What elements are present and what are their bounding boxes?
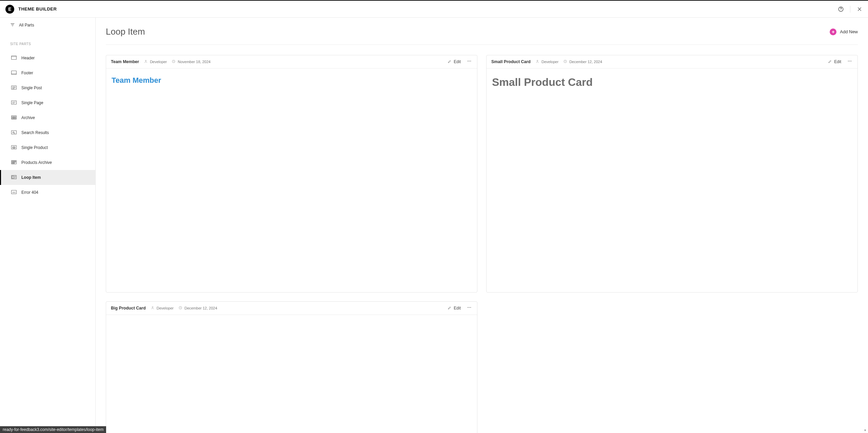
sidebar-item-label: Loop Item: [21, 175, 41, 180]
svg-rect-29: [14, 162, 15, 163]
sidebar: All Parts SITE PARTS Header Footer Singl…: [0, 18, 96, 433]
logo-badge: E: [5, 5, 14, 14]
more-options-button[interactable]: [847, 59, 853, 65]
card-date-label: December 12, 2024: [569, 60, 602, 64]
sidebar-item-label: Search Results: [21, 130, 49, 135]
svg-point-1: [841, 10, 841, 11]
svg-rect-16: [12, 118, 14, 119]
card-body[interactable]: Team Member: [106, 69, 477, 292]
shell: All Parts SITE PARTS Header Footer Singl…: [0, 18, 868, 433]
sidebar-item-search-results[interactable]: Search Results: [0, 125, 95, 140]
card-title: Big Product Card: [111, 306, 146, 310]
sidebar-all-parts[interactable]: All Parts: [0, 18, 95, 33]
topbar-right: [838, 6, 863, 13]
svg-point-41: [470, 61, 471, 61]
svg-rect-10: [12, 100, 17, 104]
card-grid: Team Member Developer November 18, 2024 …: [106, 45, 858, 433]
sidebar-item-single-page[interactable]: Single Page: [0, 95, 95, 110]
sidebar-item-products-archive[interactable]: Products Archive: [0, 155, 95, 170]
edit-label: Edit: [454, 59, 461, 64]
svg-point-37: [145, 60, 146, 61]
svg-line-20: [14, 133, 15, 134]
sidebar-item-error-404[interactable]: 404 Error 404: [0, 185, 95, 200]
add-new-button[interactable]: + Add New: [830, 29, 858, 35]
main: Loop Item + Add New Team Member Develope…: [96, 18, 868, 433]
sidebar-item-loop-item[interactable]: Loop Item: [0, 170, 95, 185]
sidebar-item-footer[interactable]: Footer: [0, 65, 95, 80]
sidebar-item-single-post[interactable]: Single Post: [0, 80, 95, 95]
clock-icon: [563, 59, 567, 64]
svg-rect-25: [12, 161, 13, 162]
more-icon: [847, 58, 852, 65]
clock-icon: [178, 306, 182, 310]
card-author-label: Developer: [541, 60, 558, 64]
svg-point-47: [152, 307, 153, 308]
svg-rect-18: [12, 130, 17, 134]
sidebar-item-label: Error 404: [21, 190, 38, 195]
card-title: Small Product Card: [491, 59, 531, 64]
header-icon: [11, 56, 17, 61]
card-date-label: November 18, 2024: [178, 60, 211, 64]
svg-point-50: [469, 307, 470, 308]
footer-icon: [11, 71, 17, 76]
edit-button[interactable]: Edit: [828, 59, 841, 64]
user-icon: [535, 59, 539, 64]
card-author: Developer: [144, 59, 167, 64]
archive-icon: [11, 115, 17, 120]
add-new-label: Add New: [840, 29, 858, 34]
card-body[interactable]: [106, 315, 477, 433]
pencil-icon: [828, 59, 832, 64]
single-page-icon: [11, 100, 17, 106]
statusbar: ready-for-feedback3.com/site-editor/temp…: [0, 426, 106, 433]
sidebar-list: Header Footer Single Post Single Page Ar…: [0, 51, 95, 200]
edit-label: Edit: [834, 59, 841, 64]
filter-icon: [10, 22, 15, 28]
svg-rect-17: [14, 118, 16, 119]
sidebar-item-label: Single Post: [21, 86, 42, 90]
card-head: Team Member Developer November 18, 2024 …: [106, 55, 477, 69]
card-actions: Edit: [448, 59, 472, 65]
topbar-left: E THEME BUILDER: [5, 5, 57, 14]
svg-point-39: [468, 61, 468, 61]
svg-rect-31: [12, 176, 14, 178]
card-preview-heading: Team Member: [112, 76, 472, 85]
svg-rect-15: [14, 116, 16, 117]
close-icon[interactable]: [856, 6, 863, 12]
more-options-button[interactable]: [466, 305, 472, 311]
sidebar-section-title: SITE PARTS: [0, 33, 95, 51]
svg-point-45: [849, 61, 850, 61]
sidebar-item-header[interactable]: Header: [0, 51, 95, 65]
page-head: Loop Item + Add New: [106, 24, 858, 45]
card-date: December 12, 2024: [563, 59, 602, 64]
svg-point-19: [13, 132, 14, 133]
single-product-icon: [11, 145, 17, 150]
products-archive-icon: [11, 160, 17, 165]
card-body[interactable]: Small Product Card: [487, 69, 857, 292]
card-date-label: December 12, 2024: [184, 306, 217, 310]
topbar: E THEME BUILDER: [0, 0, 868, 18]
svg-rect-26: [14, 161, 15, 162]
page-title: Loop Item: [106, 26, 145, 37]
card-author: Developer: [535, 59, 558, 64]
card-date: December 12, 2024: [178, 306, 217, 310]
svg-rect-21: [12, 145, 17, 149]
help-icon[interactable]: [838, 6, 844, 12]
sidebar-item-single-product[interactable]: Single Product: [0, 140, 95, 155]
card-preview-heading: Small Product Card: [492, 76, 852, 89]
svg-text:404: 404: [13, 191, 16, 193]
card-date: November 18, 2024: [172, 59, 211, 64]
sidebar-item-label: Single Product: [21, 145, 48, 150]
sidebar-item-label: Footer: [21, 71, 33, 75]
more-options-button[interactable]: [466, 59, 472, 65]
edit-button[interactable]: Edit: [448, 306, 461, 311]
scroll-down-icon[interactable]: ▾: [863, 428, 867, 432]
edit-button[interactable]: Edit: [448, 59, 461, 64]
svg-point-44: [848, 61, 849, 61]
card-actions: Edit: [448, 305, 472, 311]
card-author-label: Developer: [150, 60, 167, 64]
pencil-icon: [448, 306, 452, 311]
app-title: THEME BUILDER: [18, 6, 57, 12]
sidebar-item-archive[interactable]: Archive: [0, 110, 95, 125]
sidebar-all-parts-label: All Parts: [19, 23, 34, 27]
svg-rect-5: [12, 73, 17, 74]
